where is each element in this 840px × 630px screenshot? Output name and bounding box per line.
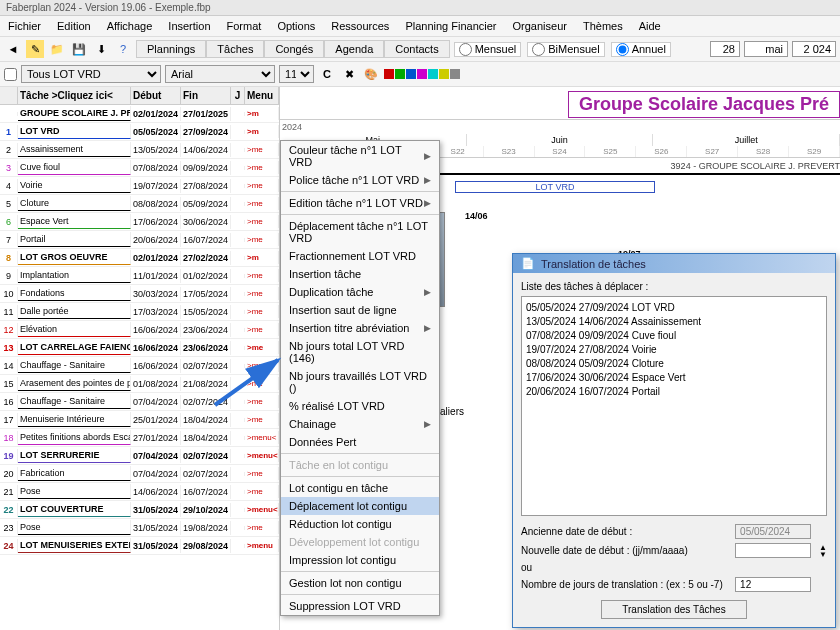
ctx-item[interactable]: Duplication tâche▶ xyxy=(281,283,439,301)
task-row[interactable]: 20Fabrication07/04/202402/07/2024>me xyxy=(0,465,279,483)
view-annuel[interactable]: Annuel xyxy=(611,42,671,57)
export-icon[interactable]: ⬇ xyxy=(92,40,110,58)
menu-ressources[interactable]: Ressources xyxy=(327,18,393,34)
dialog-list-item[interactable]: 13/05/2024 14/06/2024 Assainissement xyxy=(526,315,822,329)
task-row[interactable]: 9Implantation11/01/202401/02/2024>me xyxy=(0,267,279,285)
ctx-item[interactable]: Nb jours total LOT VRD (146) xyxy=(281,337,439,367)
note-icon[interactable]: ✎ xyxy=(26,40,44,58)
task-row[interactable]: 10Fondations30/03/202417/05/2024>me xyxy=(0,285,279,303)
task-row[interactable]: 19LOT SERRURERIE07/04/202402/07/2024>men… xyxy=(0,447,279,465)
filter-checkbox[interactable] xyxy=(4,68,17,81)
task-row[interactable]: GROUPE SCOLAIRE J. PREVERT02/01/202427/0… xyxy=(0,105,279,123)
menu-affichage[interactable]: Affichage xyxy=(103,18,157,34)
ctx-item[interactable]: Chainage▶ xyxy=(281,415,439,433)
year-input[interactable] xyxy=(792,41,836,57)
day-input[interactable] xyxy=(710,41,740,57)
color-swatch[interactable] xyxy=(428,69,438,79)
col-j-header[interactable]: J xyxy=(231,87,245,104)
color-swatch[interactable] xyxy=(395,69,405,79)
save-icon[interactable]: 💾 xyxy=(70,40,88,58)
ctx-item[interactable]: Edition tâche n°1 LOT VRD▶ xyxy=(281,194,439,212)
ctx-item[interactable]: Nb jours travaillés LOT VRD () xyxy=(281,367,439,397)
dialog-list-item[interactable]: 19/07/2024 27/08/2024 Voirie xyxy=(526,343,822,357)
ctx-item[interactable]: Police tâche n°1 LOT VRD▶ xyxy=(281,171,439,189)
ctx-item[interactable]: Lot contigu en tâche xyxy=(281,479,439,497)
dialog-list-item[interactable]: 08/08/2024 05/09/2024 Cloture xyxy=(526,357,822,371)
task-row[interactable]: 11Dalle portée17/03/202415/05/2024>me xyxy=(0,303,279,321)
menu-insertion[interactable]: Insertion xyxy=(164,18,214,34)
ctx-item[interactable]: Réduction lot contigu xyxy=(281,515,439,533)
col-menu-header[interactable]: Menu xyxy=(245,87,279,104)
col-name-header[interactable]: Tâche >Cliquez ici< xyxy=(18,87,131,104)
menu-aide[interactable]: Aide xyxy=(635,18,665,34)
task-row[interactable]: 12Elévation16/06/202423/06/2024>me xyxy=(0,321,279,339)
nav-back-icon[interactable]: ◄ xyxy=(4,40,22,58)
dialog-list-item[interactable]: 07/08/2024 09/09/2024 Cuve fioul xyxy=(526,329,822,343)
col-start-header[interactable]: Début xyxy=(131,87,181,104)
ctx-item[interactable]: Gestion lot non contigu xyxy=(281,574,439,592)
task-row[interactable]: 21Pose14/06/202416/07/2024>me xyxy=(0,483,279,501)
ctx-item[interactable]: Insertion tâche xyxy=(281,265,439,283)
translate-button[interactable]: Translation des Tâches xyxy=(601,600,746,619)
task-row[interactable]: 18Petites finitions abords Escaliers27/0… xyxy=(0,429,279,447)
ctx-item[interactable]: Insertion titre abréviation▶ xyxy=(281,319,439,337)
palette-icon[interactable]: 🎨 xyxy=(362,65,380,83)
col-end-header[interactable]: Fin xyxy=(181,87,231,104)
ctx-item[interactable]: Déplacement lot contigu xyxy=(281,497,439,515)
view-mensuel[interactable]: Mensuel xyxy=(454,42,522,57)
folder-icon[interactable]: 📁 xyxy=(48,40,66,58)
tab-congés[interactable]: Congés xyxy=(264,40,324,58)
color-swatch[interactable] xyxy=(450,69,460,79)
ctx-item[interactable]: % réalisé LOT VRD xyxy=(281,397,439,415)
task-row[interactable]: 16Chauffage - Sanitaire07/04/202402/07/2… xyxy=(0,393,279,411)
task-row[interactable]: 23Pose31/05/202419/08/2024>me xyxy=(0,519,279,537)
tab-plannings[interactable]: Plannings xyxy=(136,40,206,58)
menu-options[interactable]: Options xyxy=(273,18,319,34)
menu-planning financier[interactable]: Planning Financier xyxy=(401,18,500,34)
font-family-select[interactable]: Arial xyxy=(165,65,275,83)
gantt-bar-lotvrd[interactable]: LOT VRD xyxy=(455,181,655,193)
menu-edition[interactable]: Edition xyxy=(53,18,95,34)
tab-tâches[interactable]: Tâches xyxy=(206,40,264,58)
date-stepper[interactable]: ▲▼ xyxy=(819,544,827,558)
task-row[interactable]: 2Assainissement13/05/202414/06/2024>me xyxy=(0,141,279,159)
color-swatch[interactable] xyxy=(439,69,449,79)
task-row[interactable]: 8LOT GROS OEUVRE02/01/202427/02/2024>m xyxy=(0,249,279,267)
ctx-item[interactable]: Couleur tâche n°1 LOT VRD▶ xyxy=(281,141,439,171)
task-row[interactable]: 5Cloture08/08/202405/09/2024>me xyxy=(0,195,279,213)
view-bimensuel[interactable]: BiMensuel xyxy=(527,42,604,57)
help-icon[interactable]: ? xyxy=(114,40,132,58)
ctx-item[interactable]: Déplacement tâche n°1 LOT VRD xyxy=(281,217,439,247)
color-swatch[interactable] xyxy=(417,69,427,79)
tab-contacts[interactable]: Contacts xyxy=(384,40,449,58)
dialog-list-item[interactable]: 20/06/2024 16/07/2024 Portail xyxy=(526,385,822,399)
color-swatch[interactable] xyxy=(406,69,416,79)
dialog-list-item[interactable]: 17/06/2024 30/06/2024 Espace Vert xyxy=(526,371,822,385)
days-input[interactable] xyxy=(735,577,811,592)
dialog-task-list[interactable]: 05/05/2024 27/09/2024 LOT VRD13/05/2024 … xyxy=(521,296,827,516)
task-row[interactable]: 14Chauffage - Sanitaire16/06/202402/07/2… xyxy=(0,357,279,375)
task-row[interactable]: 24LOT MENUISERIES EXTERIEURES31/05/20242… xyxy=(0,537,279,555)
menu-thèmes[interactable]: Thèmes xyxy=(579,18,627,34)
ctx-item[interactable]: Impression lot contigu xyxy=(281,551,439,569)
month-input[interactable] xyxy=(744,41,788,57)
menu-format[interactable]: Format xyxy=(223,18,266,34)
ctx-item[interactable]: Données Pert xyxy=(281,433,439,451)
tab-agenda[interactable]: Agenda xyxy=(324,40,384,58)
ctx-item[interactable]: Fractionnement LOT VRD xyxy=(281,247,439,265)
task-row[interactable]: 6Espace Vert17/06/202430/06/2024>me xyxy=(0,213,279,231)
task-row[interactable]: 3Cuve fioul07/08/202409/09/2024>me xyxy=(0,159,279,177)
task-row[interactable]: 17Menuiserie Intérieure25/01/202418/04/2… xyxy=(0,411,279,429)
task-row[interactable]: 4Voirie19/07/202427/08/2024>me xyxy=(0,177,279,195)
color-c-icon[interactable]: C xyxy=(318,65,336,83)
ctx-item[interactable]: Insertion saut de ligne xyxy=(281,301,439,319)
task-row[interactable]: 7Portail20/06/202416/07/2024>me xyxy=(0,231,279,249)
color-swatch[interactable] xyxy=(384,69,394,79)
menu-organiseur[interactable]: Organiseur xyxy=(509,18,571,34)
new-date-input[interactable] xyxy=(735,543,811,558)
menu-fichier[interactable]: Fichier xyxy=(4,18,45,34)
ctx-item[interactable]: Suppression LOT VRD xyxy=(281,597,439,615)
font-size-select[interactable]: 11 xyxy=(279,65,314,83)
clear-format-icon[interactable]: ✖ xyxy=(340,65,358,83)
dialog-titlebar[interactable]: 📄 Translation de tâches xyxy=(513,254,835,273)
